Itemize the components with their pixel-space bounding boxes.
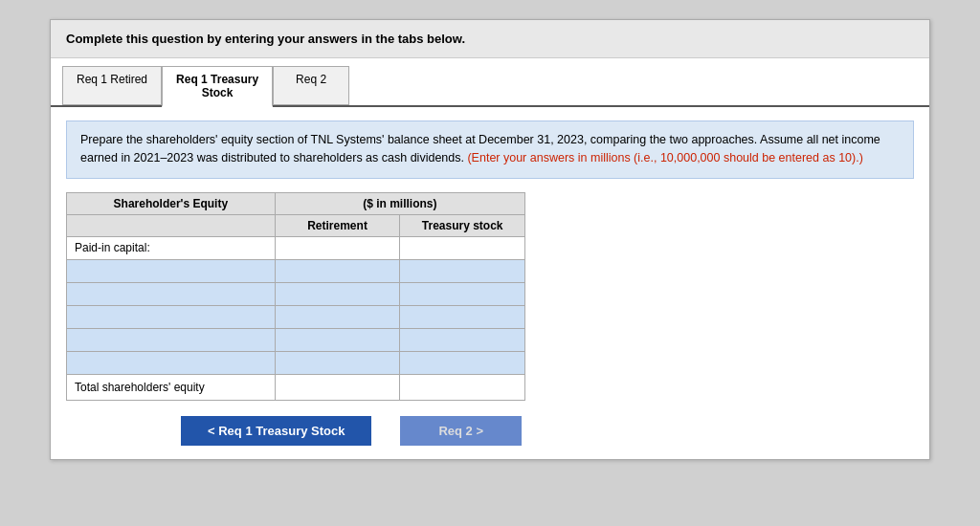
col-subheader-retirement: Retirement — [275, 214, 400, 236]
tabs-row: Req 1 Retired Req 1 TreasuryStock Req 2 — [51, 58, 929, 107]
treasury-input-2[interactable] — [400, 283, 524, 305]
row-retirement-4[interactable] — [275, 328, 400, 351]
row-label-3[interactable] — [67, 305, 276, 328]
table-row — [67, 305, 525, 328]
row-label-4[interactable] — [67, 328, 276, 351]
row-total-treasury[interactable] — [400, 374, 525, 400]
row-treasury-3[interactable] — [400, 305, 525, 328]
table-row-total: Total shareholders' equity — [67, 374, 525, 400]
table-row: Paid-in capital: — [67, 236, 525, 259]
main-container: Complete this question by entering your … — [50, 19, 930, 460]
retirement-input-2[interactable] — [276, 283, 400, 305]
row-retirement-2[interactable] — [275, 282, 400, 305]
label-input-5[interactable] — [67, 352, 275, 374]
nav-buttons: Req 1 Treasury Stock Req 2 — [66, 416, 914, 446]
table-row — [67, 328, 525, 351]
equity-table: Shareholder's Equity ($ in millions) Ret… — [66, 192, 525, 401]
treasury-input-1[interactable] — [400, 260, 524, 282]
row-treasury-4[interactable] — [400, 328, 525, 351]
col-subheader-label — [67, 214, 276, 236]
row-cell-treasury-0 — [400, 236, 525, 259]
retirement-input-4[interactable] — [276, 329, 400, 351]
next-button[interactable]: Req 2 — [400, 416, 522, 446]
instruction-bar: Complete this question by entering your … — [51, 20, 929, 58]
label-input-1[interactable] — [67, 260, 275, 282]
prev-button[interactable]: Req 1 Treasury Stock — [181, 416, 371, 446]
row-retirement-1[interactable] — [275, 259, 400, 282]
row-label-paid-in: Paid-in capital: — [67, 236, 276, 259]
row-retirement-3[interactable] — [275, 305, 400, 328]
retirement-input-3[interactable] — [276, 306, 400, 328]
row-treasury-5[interactable] — [400, 351, 525, 374]
row-label-1[interactable] — [67, 259, 276, 282]
total-retirement-input[interactable] — [283, 379, 392, 396]
instruction-text: Complete this question by entering your … — [66, 32, 465, 46]
row-label-total: Total shareholders' equity — [67, 374, 276, 400]
row-treasury-1[interactable] — [400, 259, 525, 282]
label-input-3[interactable] — [67, 306, 275, 328]
row-cell-retirement-0 — [275, 236, 400, 259]
row-label-2[interactable] — [67, 282, 276, 305]
row-label-5[interactable] — [67, 351, 276, 374]
retirement-input-5[interactable] — [276, 352, 400, 374]
col-header-equity: Shareholder's Equity — [67, 192, 276, 214]
retirement-input-1[interactable] — [276, 260, 400, 282]
treasury-input-5[interactable] — [400, 352, 524, 374]
col-header-millions: ($ in millions) — [275, 192, 524, 214]
treasury-input-3[interactable] — [400, 306, 524, 328]
row-total-retirement[interactable] — [275, 374, 400, 400]
label-input-2[interactable] — [67, 283, 275, 305]
tab-req1-retired[interactable]: Req 1 Retired — [62, 66, 162, 105]
row-treasury-2[interactable] — [400, 282, 525, 305]
row-retirement-5[interactable] — [275, 351, 400, 374]
description-highlight: (Enter your answers in millions (i.e., 1… — [467, 151, 862, 164]
tab-req1-treasury[interactable]: Req 1 TreasuryStock — [162, 66, 273, 107]
table-row — [67, 351, 525, 374]
total-treasury-input[interactable] — [408, 379, 517, 396]
col-subheader-treasury: Treasury stock — [400, 214, 525, 236]
content-area: Prepare the shareholders' equity section… — [51, 107, 929, 459]
tab-req2[interactable]: Req 2 — [273, 66, 349, 105]
description-box: Prepare the shareholders' equity section… — [66, 121, 914, 179]
label-input-4[interactable] — [67, 329, 275, 351]
table-row — [67, 259, 525, 282]
table-row — [67, 282, 525, 305]
treasury-input-4[interactable] — [400, 329, 524, 351]
